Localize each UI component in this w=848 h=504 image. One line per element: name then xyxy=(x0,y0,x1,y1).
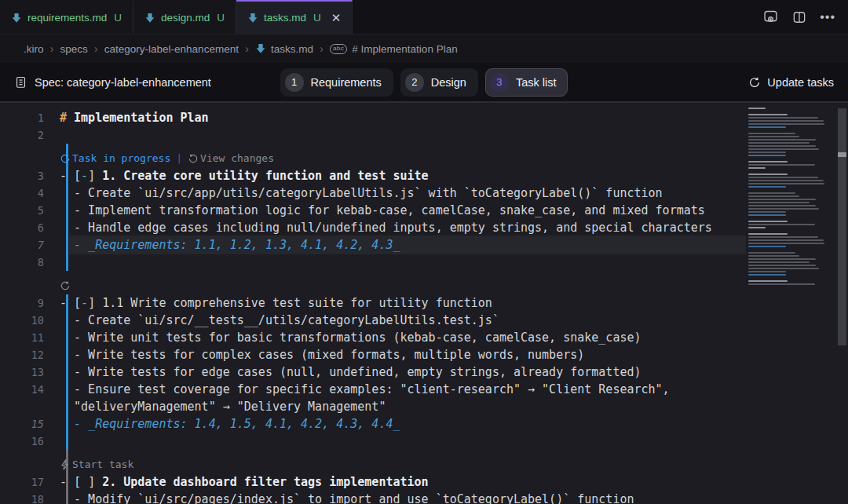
tab-tasks-md[interactable]: tasks.mdU✕ xyxy=(236,0,353,34)
codelens-view-changes[interactable]: View changes xyxy=(188,152,274,164)
tab-label: requirements.md xyxy=(27,12,107,24)
markdown-file-icon xyxy=(247,13,258,24)
breadcrumb: .kiro›specs›category-label-enhancement›t… xyxy=(0,35,848,63)
line-number: 5 xyxy=(0,202,44,219)
breadcrumb-item[interactable]: tasks.md xyxy=(255,43,313,55)
codelens-task-in-progress[interactable]: Task in progress xyxy=(60,152,170,164)
spec-steps: 1Requirements2Design3Task list xyxy=(273,68,575,97)
history-icon xyxy=(188,153,199,164)
editor-tab-bar: requirements.mdUdesign.mdUtasks.mdU✕ ••• xyxy=(0,0,848,35)
step-label: Task list xyxy=(516,76,557,89)
editor-row[interactable]: 18 - Modify `ui/src/pages/index.js` to i… xyxy=(0,491,848,504)
editor-row[interactable]: 4 - Create `ui/src/app/utils/categoryLab… xyxy=(0,184,848,202)
editor-row[interactable]: "deliveryManagement" → "Delivery Managem… xyxy=(0,398,848,415)
line-text: - Handle edge cases including null/undef… xyxy=(60,219,712,236)
line-number: 1 xyxy=(0,109,44,126)
breadcrumb-label: tasks.md xyxy=(271,43,313,55)
refresh-icon xyxy=(748,76,761,89)
step-label: Design xyxy=(431,76,466,89)
breadcrumb-item[interactable]: .kiro xyxy=(24,43,44,55)
task-checkbox xyxy=(81,475,88,489)
task-checkbox: - xyxy=(81,169,88,183)
line-text: - Write unit tests for basic transformat… xyxy=(60,329,641,346)
breadcrumb-separator-icon: › xyxy=(50,42,54,55)
spec-title: Spec: category-label-enhancement xyxy=(35,76,211,89)
line-text: - Implement transformation logic for keb… xyxy=(60,202,705,219)
line-text: - Write tests for edge cases (null, unde… xyxy=(60,363,641,381)
line-number: 9 xyxy=(0,294,44,312)
editor-row[interactable]: 14 - Ensure test coverage for specific e… xyxy=(0,381,848,398)
editor-row[interactable]: 6 - Handle edge cases including null/und… xyxy=(0,219,848,236)
breadcrumb-separator-icon: › xyxy=(320,42,323,55)
breadcrumb-separator-icon: › xyxy=(94,42,98,55)
line-number: 13 xyxy=(0,363,44,381)
editor-row[interactable]: 1# Implementation Plan xyxy=(0,109,848,126)
symbol-string-icon: abc xyxy=(330,44,347,54)
modified-badge: U xyxy=(217,12,225,24)
editor-row[interactable]: 17- [ ] 2. Update dashboard filter tags … xyxy=(0,473,848,491)
tab-label: design.md xyxy=(161,12,210,24)
update-tasks-button[interactable]: Update tasks xyxy=(575,76,834,89)
step-label: Requirements xyxy=(311,76,382,89)
step-number: 3 xyxy=(490,73,509,92)
open-editor-tabs: requirements.mdUdesign.mdUtasks.mdU✕ xyxy=(0,0,353,34)
change-indicator-bar xyxy=(66,254,68,271)
line-number: 3 xyxy=(0,167,44,184)
breadcrumb-item[interactable]: specs xyxy=(60,43,88,55)
editor-row[interactable]: 12 - Write tests for complex cases (mixe… xyxy=(0,346,848,363)
tab-bar-spacer xyxy=(353,0,750,34)
zap-icon xyxy=(60,459,71,470)
editor-row[interactable]: Task in progress|View changes xyxy=(0,144,848,167)
editor-row[interactable]: 2 xyxy=(0,126,848,144)
editor-row[interactable]: 7 - _Requirements: 1.1, 1.2, 1.3, 4.1, 4… xyxy=(0,236,848,254)
line-text: - Modify `ui/src/pages/index.js` to impo… xyxy=(60,491,634,504)
editor-row[interactable]: 13 - Write tests for edge cases (null, u… xyxy=(0,363,848,381)
tab-design-md[interactable]: design.mdU xyxy=(133,0,236,34)
line-text: "deliveryManagement" → "Delivery Managem… xyxy=(60,398,386,415)
editor-actions: ••• xyxy=(750,0,848,34)
change-indicator-bar xyxy=(66,433,68,450)
tab-requirements-md[interactable]: requirements.mdU xyxy=(0,0,133,34)
line-number: 2 xyxy=(0,126,44,144)
breadcrumb-item[interactable]: category-label-enhancement xyxy=(104,43,239,55)
markdown-file-icon xyxy=(255,43,266,54)
editor-row[interactable]: 9- [-] 1.1 Write comprehensive test suit… xyxy=(0,294,848,312)
more-actions-icon[interactable]: ••• xyxy=(820,10,835,24)
line-text: - [-] 1.1 Write comprehensive test suite… xyxy=(60,294,492,312)
editor-row[interactable]: Start task xyxy=(0,450,848,473)
editor-row[interactable]: 10 - Create `ui/src/__tests__/utils/cate… xyxy=(0,312,848,329)
modified-badge: U xyxy=(313,12,321,24)
modified-badge: U xyxy=(114,12,122,24)
vertical-scrollbar[interactable] xyxy=(836,102,848,504)
step-requirements[interactable]: 1Requirements xyxy=(280,68,393,97)
codelens-start-task[interactable]: Start task xyxy=(60,458,133,470)
close-tab-icon[interactable]: ✕ xyxy=(331,11,342,25)
step-number: 1 xyxy=(285,73,304,92)
spec-label-group: Spec: category-label-enhancement xyxy=(14,75,273,89)
editor-row[interactable]: 15 - _Requirements: 1.4, 1.5, 4.1, 4.2, … xyxy=(0,415,848,433)
editor-row[interactable]: 5 - Implement transformation logic for k… xyxy=(0,202,848,219)
line-number: 15 xyxy=(0,415,44,433)
update-tasks-label: Update tasks xyxy=(767,76,834,89)
editor-row[interactable]: 8 xyxy=(0,254,848,271)
line-number: 11 xyxy=(0,329,44,346)
split-editor-icon[interactable] xyxy=(791,9,807,25)
editor-row[interactable]: 16 xyxy=(0,433,848,450)
tab-label: tasks.md xyxy=(264,12,306,24)
line-number: 10 xyxy=(0,312,44,329)
step-design[interactable]: 2Design xyxy=(400,68,478,97)
breadcrumb-item[interactable]: abc# Implementation Plan xyxy=(330,43,458,55)
step-task-list[interactable]: 3Task list xyxy=(485,68,568,97)
spec-toolbar: Spec: category-label-enhancement 1Requir… xyxy=(0,63,848,102)
open-preview-icon[interactable] xyxy=(762,9,779,25)
editor-row[interactable]: 3- [-] 1. Create core utility function a… xyxy=(0,167,848,184)
codelens-spinner[interactable] xyxy=(60,279,72,291)
breadcrumb-label: .kiro xyxy=(24,43,44,55)
editor-row[interactable]: 11 - Write unit tests for basic transfor… xyxy=(0,329,848,346)
line-number: 6 xyxy=(0,219,44,236)
scrollbar-thumb[interactable] xyxy=(838,108,846,345)
line-number: 18 xyxy=(0,491,44,504)
editor-row[interactable] xyxy=(0,271,848,294)
minimap[interactable] xyxy=(746,107,829,504)
code-editor[interactable]: 1# Implementation Plan2Task in progress|… xyxy=(0,102,848,504)
